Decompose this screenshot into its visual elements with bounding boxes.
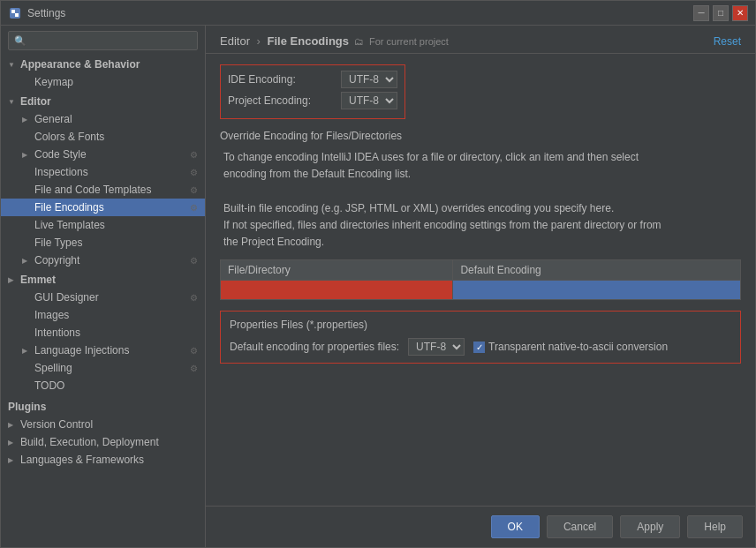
close-button[interactable]: ✕ xyxy=(732,5,748,21)
arrow-icon xyxy=(8,421,17,429)
ide-encoding-row: IDE Encoding: UTF-8 xyxy=(228,71,397,88)
sidebar-item-label: Copyright xyxy=(34,254,79,266)
cancel-button[interactable]: Cancel xyxy=(547,515,613,538)
col-file-directory: File/Directory xyxy=(221,260,453,281)
settings-icon: ⚙ xyxy=(190,168,198,177)
main-content: 🔍 Appearance & Behavior Keymap Editor Ge… xyxy=(1,26,755,547)
sidebar-item-file-encodings[interactable]: File Encodings ⚙ xyxy=(1,199,205,216)
sidebar-item-build-exec-deploy[interactable]: Build, Execution, Deployment xyxy=(1,433,205,451)
override-desc2: encoding from the Default Encoding list. xyxy=(223,168,411,180)
sidebar-item-label: TODO xyxy=(34,379,64,392)
sidebar-item-label: General xyxy=(34,113,72,125)
sidebar-item-label: Keymap xyxy=(34,76,73,88)
sidebar-item-appearance-behavior[interactable]: Appearance & Behavior xyxy=(1,56,205,73)
sidebar-item-live-templates[interactable]: Live Templates xyxy=(1,216,205,234)
default-enc-select[interactable]: UTF-8 xyxy=(408,338,465,356)
sidebar-item-label: Code Style xyxy=(34,148,87,161)
override-desc5: the Project Encoding. xyxy=(223,236,324,248)
sidebar-item-label: Intentions xyxy=(34,327,80,339)
arrow-icon xyxy=(22,347,31,355)
arrow-icon xyxy=(8,439,17,447)
search-box[interactable]: 🔍 xyxy=(8,31,198,50)
sidebar-item-label: File Encodings xyxy=(34,201,104,214)
reset-link[interactable]: Reset xyxy=(714,35,741,48)
arrow-icon xyxy=(8,98,17,106)
search-icon: 🔍 xyxy=(14,35,26,47)
arrow-icon xyxy=(8,61,17,69)
sidebar: 🔍 Appearance & Behavior Keymap Editor Ge… xyxy=(1,26,206,547)
sidebar-item-label: Appearance & Behavior xyxy=(20,58,140,71)
arrow-icon xyxy=(22,151,31,159)
sidebar-item-label: Spelling xyxy=(34,362,72,374)
table-cell-file[interactable] xyxy=(221,281,453,300)
col-default-encoding: Default Encoding xyxy=(453,260,741,281)
settings-icon: ⚙ xyxy=(190,203,198,213)
sidebar-item-colors-fonts[interactable]: Colors & Fonts xyxy=(1,128,205,146)
sidebar-item-inspections[interactable]: Inspections ⚙ xyxy=(1,163,205,181)
ide-encoding-label: IDE Encoding: xyxy=(228,73,334,86)
sidebar-item-gui-designer[interactable]: GUI Designer ⚙ xyxy=(1,289,205,306)
sidebar-item-language-injections[interactable]: Language Injections ⚙ xyxy=(1,342,205,359)
breadcrumb-current: File Encodings xyxy=(268,34,349,48)
sidebar-item-intentions[interactable]: Intentions xyxy=(1,324,205,342)
ok-button[interactable]: OK xyxy=(491,515,540,538)
sidebar-item-plugins[interactable]: Plugins xyxy=(1,398,205,416)
sidebar-item-languages-frameworks[interactable]: Languages & Frameworks xyxy=(1,451,205,469)
maximize-button[interactable]: □ xyxy=(713,5,729,21)
checkbox-icon: ✓ xyxy=(473,342,485,353)
default-enc-label: Default encoding for properties files: xyxy=(230,341,399,353)
settings-icon: ⚙ xyxy=(190,293,198,303)
sidebar-item-keymap[interactable]: Keymap xyxy=(1,73,205,91)
properties-section: Properties Files (*.properties) Default … xyxy=(220,311,741,364)
sidebar-item-editor[interactable]: Editor xyxy=(1,93,205,110)
sidebar-item-file-types[interactable]: File Types xyxy=(1,234,205,251)
table-cell-encoding[interactable] xyxy=(453,281,741,300)
breadcrumb-separator: › xyxy=(257,34,264,48)
sidebar-item-label: Version Control xyxy=(20,418,93,431)
sidebar-item-label: Languages & Frameworks xyxy=(20,454,144,466)
transparent-checkbox[interactable]: ✓ Transparent native-to-ascii conversion xyxy=(473,341,668,353)
sidebar-item-emmet[interactable]: Emmet xyxy=(1,271,205,289)
sidebar-item-label: File and Code Templates xyxy=(34,184,152,196)
sidebar-item-file-code-templates[interactable]: File and Code Templates ⚙ xyxy=(1,181,205,199)
sidebar-item-label: Editor xyxy=(20,95,51,108)
sidebar-item-label: Colors & Fonts xyxy=(34,131,104,143)
arrow-icon xyxy=(22,257,31,265)
sidebar-item-label: Inspections xyxy=(34,166,88,178)
settings-icon: ⚙ xyxy=(190,150,198,160)
sidebar-item-general[interactable]: General xyxy=(1,110,205,128)
sidebar-item-images[interactable]: Images xyxy=(1,306,205,324)
breadcrumb: Editor › File Encodings xyxy=(220,34,349,48)
svg-rect-2 xyxy=(15,13,19,17)
project-encoding-row: Project Encoding: UTF-8 xyxy=(228,92,397,109)
project-encoding-select[interactable]: UTF-8 xyxy=(341,92,397,109)
override-desc1: To change encoding IntelliJ IDEA uses fo… xyxy=(223,151,639,163)
sidebar-item-spelling[interactable]: Spelling ⚙ xyxy=(1,359,205,377)
minimize-button[interactable]: ─ xyxy=(693,5,709,21)
sidebar-item-label: Language Injections xyxy=(34,344,129,357)
title-bar: Settings ─ □ ✕ xyxy=(1,1,755,26)
table-header-row: File/Directory Default Encoding xyxy=(221,260,741,281)
apply-button[interactable]: Apply xyxy=(620,515,680,538)
sidebar-item-label: Plugins xyxy=(8,401,46,413)
settings-icon: ⚙ xyxy=(190,256,198,266)
search-input[interactable] xyxy=(30,34,192,47)
arrow-icon xyxy=(8,456,17,464)
right-panel: Editor › File Encodings 🗂 For current pr… xyxy=(206,26,755,547)
sidebar-item-code-style[interactable]: Code Style ⚙ xyxy=(1,146,205,163)
project-encoding-label: Project Encoding: xyxy=(228,94,334,107)
properties-row: Default encoding for properties files: U… xyxy=(230,338,731,356)
sidebar-item-version-control[interactable]: Version Control xyxy=(1,416,205,433)
arrow-icon xyxy=(8,276,17,284)
sidebar-item-label: Images xyxy=(34,309,69,321)
settings-window: Settings ─ □ ✕ 🔍 Appearance & Behavior K… xyxy=(0,0,756,548)
sidebar-item-todo[interactable]: TODO xyxy=(1,377,205,394)
arrow-icon xyxy=(22,116,31,124)
ide-encoding-select[interactable]: UTF-8 xyxy=(341,71,397,88)
sidebar-item-copyright[interactable]: Copyright ⚙ xyxy=(1,251,205,269)
table-row[interactable] xyxy=(221,281,741,300)
sidebar-item-label: Live Templates xyxy=(34,219,105,231)
window-title: Settings xyxy=(27,7,693,19)
override-desc3: Built-in file encoding (e.g. JSP, HTML o… xyxy=(223,202,614,214)
help-button[interactable]: Help xyxy=(687,515,743,538)
